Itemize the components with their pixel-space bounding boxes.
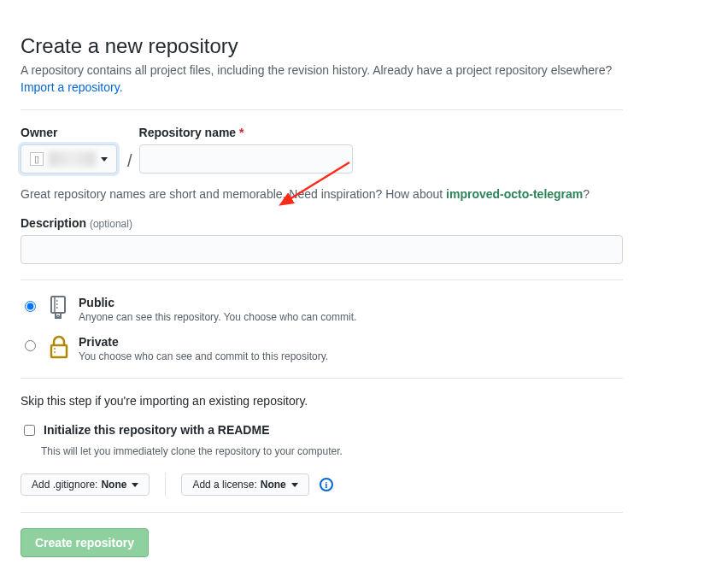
repo-name-hint: Great repository names are short and mem… <box>21 187 623 201</box>
chevron-down-icon <box>132 483 138 487</box>
svg-point-9 <box>54 348 56 350</box>
lock-icon <box>48 335 70 359</box>
initialize-readme-checkbox[interactable] <box>24 425 35 436</box>
divider <box>21 109 623 110</box>
private-title: Private <box>79 335 328 349</box>
svg-rect-8 <box>51 345 67 357</box>
add-gitignore-dropdown[interactable]: Add .gitignore: None <box>21 473 150 496</box>
add-license-dropdown[interactable]: Add a license: None <box>181 473 308 496</box>
svg-point-4 <box>56 300 58 302</box>
public-title: Public <box>79 296 356 309</box>
owner-label: Owner <box>21 126 117 139</box>
page-tagline: A repository contains all project files,… <box>21 63 623 77</box>
required-asterisk: * <box>239 126 244 139</box>
create-repository-button[interactable]: Create repository <box>21 528 149 557</box>
divider <box>21 279 623 280</box>
repo-name-label: Repository name * <box>139 126 353 139</box>
divider <box>21 512 623 513</box>
divider <box>21 378 623 379</box>
repo-public-icon <box>48 296 70 320</box>
svg-point-10 <box>54 351 56 353</box>
import-repository-link[interactable]: Import a repository. <box>21 80 123 94</box>
skip-note: Skip this step if you're importing an ex… <box>21 394 623 408</box>
page-title: Create a new repository <box>21 34 623 58</box>
chevron-down-icon <box>291 483 298 487</box>
svg-point-6 <box>56 307 58 309</box>
owner-dropdown[interactable]: ▯ <box>21 144 117 173</box>
initialize-readme-desc: This will let you immediately clone the … <box>41 445 623 457</box>
private-radio[interactable] <box>25 340 36 351</box>
repository-name-input[interactable] <box>139 144 353 173</box>
chevron-down-icon <box>101 157 108 162</box>
divider <box>165 473 166 497</box>
svg-rect-2 <box>51 297 65 313</box>
path-separator: / <box>127 151 132 171</box>
repo-name-suggestion-link[interactable]: improved-octo-telegram <box>446 187 583 201</box>
public-radio[interactable] <box>25 301 36 312</box>
private-desc: You choose who can see and commit to thi… <box>79 350 328 362</box>
avatar-icon: ▯ <box>30 152 44 166</box>
optional-hint: (optional) <box>90 218 132 230</box>
initialize-readme-label[interactable]: Initialize this repository with a README <box>44 423 269 437</box>
description-input[interactable] <box>21 235 623 264</box>
public-desc: Anyone can see this repository. You choo… <box>79 311 356 323</box>
svg-point-5 <box>56 303 58 305</box>
owner-name-blurred <box>49 151 96 167</box>
info-icon[interactable]: i <box>320 478 333 491</box>
description-label: Description (optional) <box>21 216 623 230</box>
